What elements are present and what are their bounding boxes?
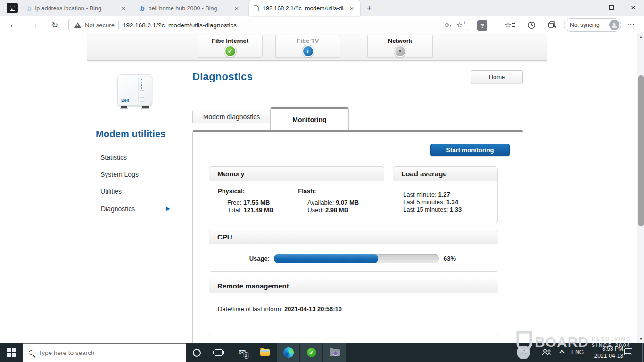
- cpu-usage-percent: 63%: [444, 255, 456, 262]
- window-close-button[interactable]: ✕: [622, 0, 644, 15]
- back-button[interactable]: ←: [7, 18, 20, 32]
- search-icon: [29, 350, 33, 355]
- modem-foot: [121, 106, 127, 108]
- browser-tab-2[interactable]: b bell home hub 2000 - Bing ×: [136, 0, 245, 16]
- window-minimize-button[interactable]: –: [579, 0, 601, 15]
- memory-physical-column: Physical: Free: 17.55 MB Total: 121.49 M…: [218, 188, 273, 214]
- memory-row: Total: 121.49 MB: [227, 206, 273, 214]
- tab-separator: [22, 5, 22, 12]
- profile-avatar: [609, 20, 619, 30]
- remote-management-card: Remote management Date/time of last info…: [209, 279, 498, 336]
- browser-tab-active[interactable]: 192.168.2.1/?c=modem/utils-dia ×: [249, 0, 360, 16]
- green-check-icon: ✓: [307, 348, 316, 357]
- not-secure-warning-icon: [74, 22, 81, 28]
- url-text[interactable]: 192.168.2.1/?c=modem/utils-diagnostics: [123, 22, 441, 29]
- language-indicator[interactable]: ENG: [571, 349, 584, 355]
- bell-logo: Bell: [121, 98, 129, 103]
- load-average-title: Load average: [393, 167, 497, 181]
- show-desktop-button[interactable]: [642, 343, 643, 362]
- memory-card-title: Memory: [209, 167, 384, 181]
- history-icon[interactable]: [525, 19, 537, 31]
- load-row: Last minute: 1.27: [403, 191, 497, 198]
- tab-separator: [134, 5, 134, 12]
- load-row: Last 5 minutes: 1.34: [403, 198, 497, 206]
- date: 2021-04-13: [594, 353, 623, 360]
- profile-button[interactable]: Not syncing: [564, 18, 621, 32]
- tab-close-icon[interactable]: ×: [233, 5, 240, 12]
- tray-overflow-chevron[interactable]: [559, 350, 564, 355]
- mail-icon: ✉2: [239, 347, 246, 358]
- status-fibe-tv[interactable]: Fibe TV i: [275, 35, 340, 58]
- start-button[interactable]: [0, 343, 23, 362]
- bing-favicon: b: [140, 5, 145, 12]
- home-button[interactable]: Home: [471, 70, 523, 83]
- tab-close-icon[interactable]: ×: [120, 5, 127, 12]
- new-tab-button[interactable]: +: [363, 2, 375, 15]
- status-network[interactable]: Network ▼: [367, 35, 433, 58]
- people-icon[interactable]: [541, 348, 552, 358]
- favorites-bar-icon[interactable]: ☆: [504, 19, 516, 31]
- status-label: Network: [368, 37, 432, 44]
- tray-avatar[interactable]: S: [517, 346, 530, 359]
- forward-button[interactable]: →: [27, 18, 41, 32]
- address-bar[interactable]: Not secure 192.168.2.1/?c=modem/utils-di…: [68, 19, 469, 31]
- scroll-down-icon[interactable]: ▼: [637, 337, 644, 341]
- cpu-usage-label: Usage:: [209, 255, 270, 262]
- collections-icon[interactable]: [546, 19, 558, 31]
- status-label: Fibe Internet: [198, 37, 262, 44]
- mail-app-button[interactable]: ✉2: [231, 343, 253, 362]
- file-explorer-button[interactable]: [254, 343, 276, 362]
- tab-modem-diagnostics[interactable]: Modem diagnostics: [192, 110, 271, 123]
- sidebar-item-statistics[interactable]: Statistics: [100, 154, 166, 161]
- scrollbar-thumb[interactable]: [638, 75, 644, 226]
- load-row: Last 15 minutes: 1.33: [403, 206, 497, 214]
- sidebar-border: [174, 63, 174, 336]
- tab-monitoring[interactable]: Monitoring: [270, 107, 349, 130]
- screen: b ip address location - Bing × b bell ho…: [0, 0, 644, 362]
- modem-image: Bell: [117, 74, 152, 106]
- camera-app-button[interactable]: [323, 343, 346, 362]
- status-fibe-internet[interactable]: Fibe Internet ✓: [198, 35, 263, 58]
- load-average-card: Load average Last minute: 1.27 Last 5 mi…: [393, 166, 498, 223]
- tab-title: 192.168.2.1/?c=modem/utils-dia: [263, 5, 344, 12]
- memory-row: Used: 2.98 MB: [307, 206, 359, 214]
- cpu-usage-fill: [274, 254, 378, 263]
- action-center-icon[interactable]: [624, 348, 632, 355]
- tab-title: bell home hub 2000 - Bing: [149, 5, 229, 12]
- cortana-icon: [193, 349, 201, 357]
- toolbar-separator: [496, 21, 496, 29]
- edge-icon: [283, 347, 294, 358]
- status-dropdown-icon: ▼: [394, 45, 406, 57]
- antivirus-app-button[interactable]: ✓: [300, 343, 322, 362]
- remote-management-title: Remote management: [209, 279, 498, 293]
- tab-close-icon[interactable]: ×: [348, 5, 355, 12]
- task-view-button[interactable]: [208, 343, 229, 362]
- scroll-up-icon[interactable]: ▲: [637, 35, 644, 39]
- cortana-button[interactable]: [186, 343, 207, 362]
- clock[interactable]: 8:58 PM 2021-04-13: [594, 346, 623, 360]
- window-restore-button[interactable]: [601, 0, 622, 15]
- page-scrollbar[interactable]: ▲ ▼: [637, 33, 644, 343]
- tab-title: ip address location - Bing: [35, 5, 116, 12]
- start-monitoring-button[interactable]: Start monitoring: [430, 144, 510, 156]
- sidebar-item-system-logs[interactable]: System Logs: [100, 171, 166, 178]
- browser-toolbar: ← → ↻ Not secure 192.168.2.1/?c=modem/ut…: [0, 16, 644, 33]
- browser-tab-1[interactable]: b ip address location - Bing ×: [23, 0, 132, 16]
- active-arrow-icon: ▶: [166, 206, 170, 212]
- sidebar-item-utilities[interactable]: Utilities: [100, 188, 166, 195]
- tab-actions-menu-icon[interactable]: [7, 3, 18, 13]
- password-key-icon[interactable]: [445, 21, 453, 29]
- browser-tabbar: b ip address location - Bing × b bell ho…: [0, 0, 644, 16]
- task-view-icon: [215, 349, 223, 356]
- taskbar-search[interactable]: [23, 343, 186, 362]
- search-input[interactable]: [38, 349, 161, 356]
- help-extension-icon[interactable]: ?: [477, 20, 487, 31]
- add-favorite-star-icon[interactable]: ☆+: [456, 21, 463, 29]
- edge-app-button[interactable]: [277, 343, 299, 362]
- ribbon-divider: [358, 33, 358, 60]
- refresh-button[interactable]: ↻: [48, 18, 61, 32]
- bing-favicon: b: [27, 5, 32, 12]
- settings-menu-icon[interactable]: ⋯: [627, 19, 635, 28]
- sidebar-item-diagnostics[interactable]: Diagnostics ▶: [95, 200, 175, 217]
- sync-status-label: Not syncing: [570, 22, 600, 28]
